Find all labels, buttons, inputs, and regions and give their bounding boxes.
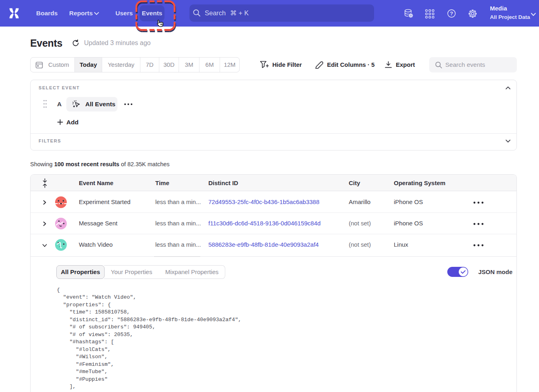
svg-text:?: ? [450, 10, 453, 17]
